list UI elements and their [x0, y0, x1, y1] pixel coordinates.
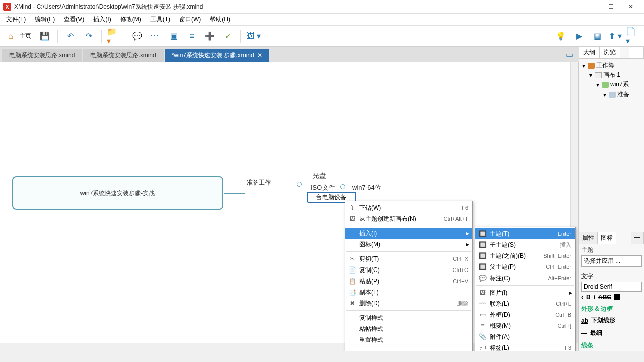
tab-properties[interactable]: 属性 — [579, 232, 598, 244]
menu-item-shortcut: Alt+Enter — [548, 275, 571, 281]
context-menu-item[interactable]: 📋粘贴(P)Ctrl+V — [345, 276, 472, 287]
underline-style-label[interactable]: 下划线形 — [591, 316, 615, 325]
menu-item-icon: ✂ — [348, 255, 356, 263]
menu-item-icon: ✖ — [348, 299, 356, 307]
strike-button[interactable]: ABC — [598, 294, 611, 301]
expand-dot[interactable] — [340, 184, 345, 189]
menu-item-icon: 🔲 — [478, 263, 487, 271]
file-tab-active[interactable]: *win7系统快速安装 步骤.xmind✕ — [165, 49, 269, 62]
summary-button[interactable]: ≡ — [184, 29, 199, 44]
context-menu-item[interactable]: ✂剪切(T)Ctrl+X — [345, 253, 472, 264]
panel-minimize-button[interactable]: — — [631, 232, 644, 244]
align-button[interactable]: ‹ — [581, 294, 583, 301]
context-menu-item[interactable]: 🖼从主题创建新画布(N)Ctrl+Alt+T — [345, 213, 472, 224]
save-button[interactable]: 💾 — [37, 29, 52, 44]
folder-button[interactable]: 📁 ▾ — [107, 29, 122, 44]
idea-button[interactable]: 💡 — [553, 29, 569, 44]
menu-edit[interactable]: 编辑(E) — [31, 14, 59, 25]
relation-button[interactable]: 〰 — [148, 29, 163, 44]
menu-view[interactable]: 查看(V) — [60, 14, 88, 25]
tab-outline[interactable]: 大纲 — [579, 47, 600, 58]
bold-button[interactable]: B — [586, 294, 591, 301]
submenu-item[interactable]: 🔲主题(之前)(B)Shift+Enter — [475, 250, 575, 261]
submenu-item[interactable]: 🏷标签(L)F3 — [475, 342, 575, 351]
submenu-item[interactable]: ≡概要(M)Ctrl+] — [475, 320, 575, 331]
menu-tools[interactable]: 工具(T) — [146, 14, 174, 25]
marker-button[interactable]: ➕ — [202, 29, 217, 44]
root-topic[interactable]: win7系统快速安装步骤-实战 — [12, 176, 223, 210]
menu-item-label: 剪切(T) — [359, 255, 453, 263]
sub-topic[interactable]: win7 64位 — [352, 183, 381, 192]
submenu-item[interactable]: 🔲子主题(S)插入 — [475, 239, 575, 250]
gantt-button[interactable]: ▦ — [590, 29, 605, 44]
topic-icon — [609, 92, 616, 98]
context-menu-item[interactable]: 重置样式 — [345, 334, 472, 345]
boundary-button[interactable]: ▣ — [166, 29, 181, 44]
redo-button[interactable]: ↷ — [81, 29, 96, 44]
context-menu-item[interactable]: 复制样式 — [345, 312, 472, 323]
file-tab[interactable]: 电脑系统安装思路.xmind — [2, 49, 82, 62]
upload-button[interactable]: ⬆ ▾ — [608, 29, 623, 44]
context-menu-item[interactable]: 📑副本(L) — [345, 287, 472, 298]
context-menu-item[interactable]: 图标(M)▸ — [345, 239, 472, 250]
menu-item-shortcut: Ctrl+V — [453, 278, 468, 284]
submenu-item[interactable]: 🔲主题(T)Enter — [475, 228, 575, 239]
line-weight-label[interactable]: 最细 — [590, 329, 602, 337]
submenu-item[interactable]: ▭外框(D)Ctrl+B — [475, 309, 575, 320]
root-topic-text: win7系统快速安装步骤-实战 — [80, 189, 155, 198]
submenu-item[interactable]: 〰联系(L)Ctrl+L — [475, 298, 575, 309]
undo-button[interactable]: ↶ — [63, 29, 78, 44]
color-button[interactable] — [614, 294, 620, 300]
menu-file[interactable]: 文件(F) — [2, 14, 30, 25]
tree-central[interactable]: ▾win7系 — [581, 80, 642, 89]
context-menu-item[interactable]: 插入(I)▸ — [345, 228, 472, 239]
menu-modify[interactable]: 修改(M) — [116, 14, 145, 25]
home-button[interactable]: ⌂ — [3, 29, 18, 44]
context-menu-item[interactable]: 📄复制(C)Ctrl+C — [345, 264, 472, 276]
menu-help[interactable]: 帮助(H) — [206, 14, 234, 25]
menu-item-icon — [348, 229, 356, 237]
note-button[interactable]: 💬 — [130, 29, 145, 44]
menu-item-label: 粘帖样式 — [359, 325, 468, 333]
maximize-button[interactable]: ☐ — [601, 1, 621, 12]
export-button[interactable]: 📄 ▾ — [626, 29, 641, 44]
present-button[interactable]: ▶ — [572, 29, 587, 44]
panel-minimize-button[interactable]: — — [629, 47, 644, 58]
menu-window[interactable]: 窗口(W) — [175, 14, 205, 25]
close-button[interactable]: ✕ — [621, 1, 641, 12]
image-button[interactable]: 🖼 ▾ — [246, 29, 261, 44]
tree-topic[interactable]: ▾准备 — [581, 89, 642, 99]
menu-item-label: 概要(M) — [490, 322, 557, 330]
mindmap-canvas[interactable]: win7系统快速安装步骤-实战 准备工作 光盘 ISO文件 win7 64位 一… — [0, 62, 579, 351]
chevron-right-icon: ▸ — [466, 241, 469, 248]
tab-markers[interactable]: 图标 — [598, 232, 616, 244]
menu-item-label: 从主题创建新画布(N) — [359, 215, 443, 223]
tree-workbook[interactable]: ▾工作簿 — [581, 61, 642, 70]
context-menu-item[interactable]: 粘帖样式 — [345, 323, 472, 334]
menu-item-icon: ≡ — [478, 322, 487, 330]
sub-topic[interactable]: ISO文件 — [311, 183, 335, 192]
style-selector[interactable]: 选择并应用 ... — [581, 255, 642, 267]
menu-insert[interactable]: 插入(I) — [89, 14, 115, 25]
submenu-item[interactable]: 📎附件(A) — [475, 331, 575, 342]
main-topic[interactable]: 准备工作 — [247, 176, 271, 187]
check-button[interactable]: ✓ — [220, 29, 235, 44]
submenu-item[interactable]: 🖼图片(I)▸ — [475, 287, 575, 298]
submenu-item[interactable]: 💬标注(C)Alt+Enter — [475, 273, 575, 284]
menu-item-label: 图片(I) — [490, 289, 571, 297]
sub-topic[interactable]: 光盘 — [313, 171, 326, 180]
expand-dot[interactable] — [297, 182, 302, 187]
menu-item-label: 标注(C) — [490, 274, 548, 283]
context-menu-item[interactable]: ✖删除(D)删除 — [345, 298, 472, 309]
tab-layout-button[interactable]: ▭ — [561, 47, 577, 62]
submenu-item[interactable]: 🔲父主题(P)Ctrl+Enter — [475, 261, 575, 273]
close-icon[interactable]: ✕ — [257, 52, 262, 59]
font-selector[interactable]: Droid Serif — [581, 282, 642, 292]
file-tab[interactable]: 电脑系统安装思路.xmind — [83, 49, 163, 62]
tree-sheet[interactable]: ▾画布 1 — [581, 70, 642, 80]
context-menu-item[interactable]: ⤵下钻(W)F6 — [345, 202, 472, 213]
sheet-icon — [595, 72, 602, 78]
italic-button[interactable]: I — [594, 294, 595, 301]
tab-browse[interactable]: 浏览 — [600, 47, 620, 58]
minimize-button[interactable]: — — [581, 1, 601, 12]
